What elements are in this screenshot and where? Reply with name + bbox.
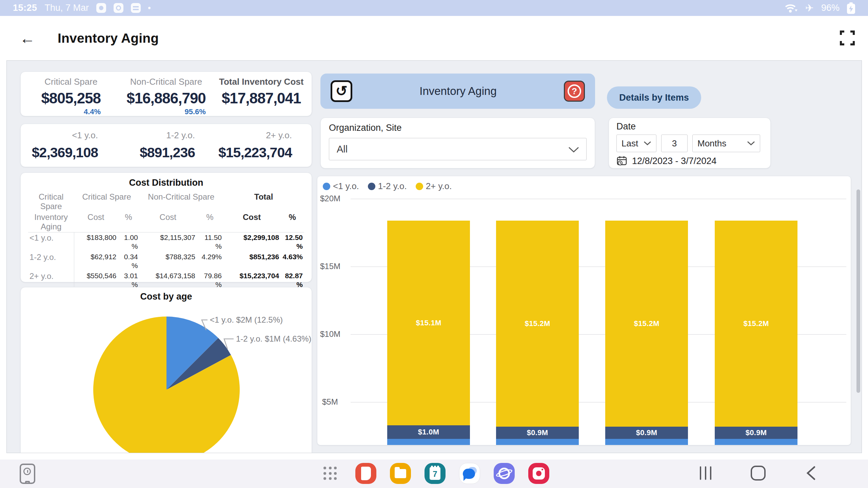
kpi-label: 1-2 y.o. <box>118 130 195 141</box>
dashboard-canvas: Critical Spare $805,258 4.4% Non-Critica… <box>6 60 862 453</box>
samsung-notes-icon[interactable] <box>355 463 376 484</box>
pie-callout-label: <1 y.o. $2M (12.5%) <box>210 315 283 324</box>
kpi-total-inventory-cost: Total Inventory Cost $17,887,041 <box>214 77 309 111</box>
date-mode-select[interactable]: Last <box>616 135 656 152</box>
y-axis-tick: $5M <box>322 397 351 407</box>
back-icon[interactable]: ← <box>20 30 35 46</box>
organization-site-select[interactable]: All <box>329 138 587 160</box>
cell: $183,800 <box>74 232 118 252</box>
bar-data-label: $15.2M <box>634 319 659 328</box>
cell: 4.29% <box>197 252 223 271</box>
cost-distribution-card: Cost Distribution Critical Spare Critica… <box>20 172 312 282</box>
calendar-icon[interactable]: 7 <box>425 463 446 484</box>
notification-more-dot <box>148 7 151 9</box>
sub-header: Cost <box>74 212 118 232</box>
messages-icon[interactable] <box>459 463 480 484</box>
kpi-label: Non-Critical Spare <box>126 77 206 87</box>
bar-segment[interactable] <box>715 439 797 445</box>
group-header: Non-Critical Spare <box>139 191 223 212</box>
wifi-icon <box>784 3 798 14</box>
notification-clock-icon <box>114 3 123 13</box>
date-range-text: 12/8/2023 - 3/7/2024 <box>632 156 716 166</box>
sub-header: % <box>118 212 139 232</box>
legend-item[interactable]: 2+ y.o. <box>416 181 452 191</box>
recents-icon[interactable] <box>700 466 711 480</box>
bar-segment[interactable] <box>387 439 470 445</box>
table-row: <1 y.o. $183,800 1.00 % $2,115,307 11.50… <box>28 232 304 252</box>
legend-item[interactable]: <1 y.o. <box>323 181 359 191</box>
cell: $2,115,307 <box>139 232 197 252</box>
bar-segment[interactable]: $1.0M <box>387 425 470 439</box>
cost-distribution-table: Critical Spare Critical Spare Non-Critic… <box>28 191 304 290</box>
fullscreen-icon[interactable] <box>840 30 855 46</box>
vertical-scrollbar[interactable] <box>856 189 860 393</box>
table-row: 1-2 y.o. $62,912 0.34 % $788,325 4.29% $… <box>28 252 304 271</box>
kpi-value: $17,887,041 <box>219 90 303 107</box>
legend-dot <box>323 183 330 190</box>
kpi-1to2yo: 1-2 y.o. $891,236 <box>118 130 215 161</box>
chevron-down-icon <box>568 146 579 153</box>
bar-segment[interactable] <box>496 439 579 445</box>
samsung-internet-icon[interactable] <box>494 463 515 484</box>
instagram-icon[interactable] <box>528 463 549 484</box>
system-navigation-bar: 7 <box>0 460 868 488</box>
page-title: Inventory Aging <box>58 31 159 46</box>
organization-site-value: All <box>337 144 348 155</box>
chart-legend: <1 y.o. 1-2 y.o. 2+ y.o. <box>323 181 452 191</box>
calendar-clock-icon <box>616 156 627 166</box>
legend-item[interactable]: 1-2 y.o. <box>368 181 407 191</box>
home-icon[interactable] <box>751 466 766 481</box>
y-axis-tick: $15M <box>320 262 349 271</box>
bar-data-label: $0.9M <box>746 428 767 437</box>
cell: 11.50 % <box>197 232 223 252</box>
airplane-mode-icon: ✈ <box>805 2 814 14</box>
back-nav-icon[interactable] <box>805 466 817 481</box>
battery-charging-icon <box>847 2 855 14</box>
bar-segment[interactable]: $0.9M <box>496 427 579 439</box>
chevron-down-icon <box>747 141 755 146</box>
bar-segment[interactable]: $15.2M <box>715 221 797 427</box>
bar-data-label: $15.1M <box>416 319 441 327</box>
date-unit-select[interactable]: Months <box>692 135 760 152</box>
cell: $62,912 <box>74 252 118 271</box>
bar-segment[interactable]: $15.1M <box>387 221 470 425</box>
date-filter: Date Last 3 Months <box>609 118 771 168</box>
app-drawer-icon[interactable] <box>323 467 337 480</box>
status-bar: 15:25 Thu, 7 Mar ✈ 96% <box>0 0 868 16</box>
group-header: Critical Spare <box>74 191 139 212</box>
kpi-percent <box>219 107 303 116</box>
cost-by-age-card: Cost by age <1 y.o. $2M (12.5%) 1-2 y.o.… <box>20 287 312 453</box>
sub-header: Cost <box>139 212 197 232</box>
cell-total: 4.63% <box>280 252 304 271</box>
kpi-2plusyo: 2+ y.o. $15,223,704 <box>215 130 312 161</box>
cell-total: $2,299,108 <box>223 232 280 252</box>
report-banner: ↺ Inventory Aging ? <box>320 74 595 109</box>
kpi-lt1yo: <1 y.o. $2,369,108 <box>21 130 118 161</box>
app-header: ← Inventory Aging <box>0 16 868 60</box>
bar-segment[interactable] <box>605 439 688 445</box>
kpi-critical-spare: Critical Spare $805,258 4.4% <box>23 77 119 111</box>
refresh-icon[interactable]: ↺ <box>331 80 352 102</box>
kpi-value: $805,258 <box>41 90 101 107</box>
kpi-card-age-buckets: <1 y.o. $2,369,108 1-2 y.o. $891,236 2+ … <box>20 124 312 167</box>
sub-header-total: % <box>280 212 304 232</box>
date-count-input[interactable]: 3 <box>661 135 688 152</box>
bar-segment[interactable]: $15.2M <box>496 221 579 427</box>
bar-segment[interactable]: $0.9M <box>605 427 688 439</box>
kpi-value: $15,223,704 <box>215 145 292 161</box>
cell: 0.34 % <box>118 252 139 271</box>
bar-segment[interactable]: $15.2M <box>605 221 688 427</box>
help-icon[interactable]: ? <box>564 81 585 102</box>
kpi-value: $891,236 <box>118 145 195 161</box>
details-by-items-button[interactable]: Details by Items <box>607 86 701 109</box>
my-files-icon[interactable] <box>390 463 411 484</box>
date-label: Date <box>616 121 763 132</box>
row-label: <1 y.o. <box>28 232 74 252</box>
legend-dot <box>416 183 423 190</box>
kpi-non-critical-spare: Non-Critical Spare $16,886,790 95.6% <box>119 77 214 111</box>
organization-site-filter: Organization, Site All <box>320 118 595 168</box>
cost-by-age-pie-chart[interactable]: <1 y.o. $2M (12.5%) 1-2 y.o. $1M (4.63%) <box>21 287 312 453</box>
sub-header: % <box>197 212 223 232</box>
bar-segment[interactable]: $0.9M <box>715 427 797 439</box>
cell-total: 12.50 % <box>280 232 304 252</box>
